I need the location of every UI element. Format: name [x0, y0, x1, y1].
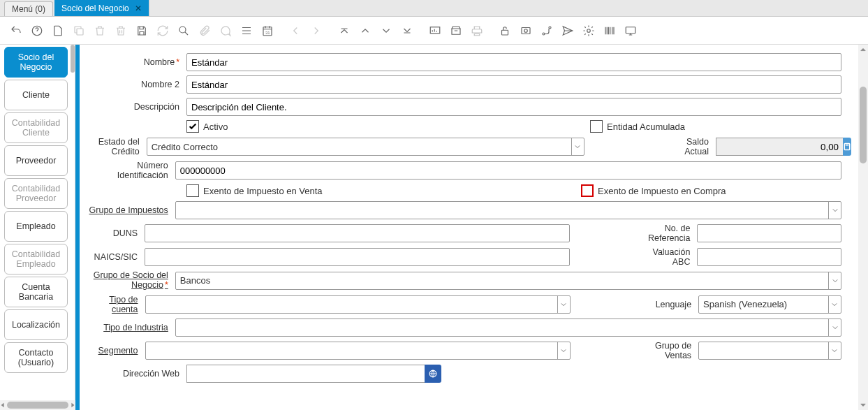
tab-socio-label: Socio del Negocio: [61, 3, 129, 13]
calendar-icon[interactable]: 31: [258, 22, 277, 40]
scroll-down-icon[interactable]: [858, 400, 868, 410]
barcode-icon[interactable]: [601, 22, 619, 40]
nombre2-field[interactable]: [186, 75, 841, 94]
sidebar: Socio del NegocioClienteContabilidad Cli…: [0, 45, 75, 410]
search-icon[interactable]: [175, 22, 193, 40]
seg-combo[interactable]: [145, 342, 571, 360]
sidebar-item-7[interactable]: Cuenta Bancaria: [4, 277, 68, 307]
exventa-label: Exento de Impuesto en Venta: [203, 186, 323, 196]
sidebar-item-1[interactable]: Cliente: [4, 80, 68, 110]
chevron-down-icon[interactable]: [557, 296, 570, 313]
last-icon[interactable]: [398, 22, 416, 40]
screen-icon[interactable]: [621, 22, 640, 40]
gruposoc-combo[interactable]: Bancos: [175, 272, 841, 290]
up-icon[interactable]: [356, 22, 374, 40]
label-web: Dirección Web: [85, 369, 186, 379]
globe-icon[interactable]: [425, 365, 441, 383]
label-saldo: Saldo Actual: [665, 137, 716, 156]
zoom-icon[interactable]: [517, 22, 535, 40]
activo-checkbox[interactable]: [186, 120, 199, 133]
label-tcuenta: Tipo de cuenta: [85, 295, 145, 314]
form-scrollbar[interactable]: [858, 45, 868, 410]
undo-icon[interactable]: [7, 22, 25, 40]
naics-field[interactable]: [145, 248, 570, 266]
web-field[interactable]: [186, 365, 425, 383]
sidebar-item-2[interactable]: Contabilidad Cliente: [4, 112, 68, 143]
archive-icon[interactable]: [447, 22, 465, 40]
down-icon[interactable]: [377, 22, 395, 40]
duns-field[interactable]: [145, 224, 570, 242]
sidebar-item-5[interactable]: Empleado: [4, 211, 68, 242]
svg-rect-6: [502, 30, 508, 35]
chat-icon[interactable]: [216, 22, 235, 40]
lenguaje-combo[interactable]: Spanish (Venezuela): [698, 295, 841, 314]
sidebar-item-4[interactable]: Contabilidad Proveedor: [4, 178, 68, 209]
label-lenguaje: Lenguaje: [649, 300, 699, 309]
excompra-checkbox[interactable]: [581, 184, 594, 197]
svg-point-9: [543, 33, 545, 35]
sidebar-item-6[interactable]: Contabilidad Empleado: [4, 244, 68, 274]
noref-field[interactable]: [697, 224, 841, 242]
tab-bar: Menú (0) Socio del Negocio ✕: [0, 0, 868, 17]
svg-rect-13: [844, 144, 850, 150]
estado-combo[interactable]: Crédito Correcto: [147, 138, 584, 156]
entidad-checkbox[interactable]: [590, 120, 603, 133]
descripcion-field[interactable]: [186, 98, 841, 116]
tind-combo[interactable]: [175, 319, 841, 337]
multi-icon[interactable]: [237, 22, 256, 40]
svg-point-8: [524, 29, 528, 32]
sidebar-hscroll[interactable]: [0, 400, 75, 410]
tcuenta-combo[interactable]: [145, 295, 571, 314]
saldo-field[interactable]: [716, 138, 841, 156]
grupoimp-combo[interactable]: [175, 201, 841, 219]
chevron-down-icon[interactable]: [828, 202, 841, 219]
chevron-down-icon[interactable]: [557, 342, 570, 359]
exventa-checkbox[interactable]: [186, 184, 199, 197]
chevron-down-icon[interactable]: [571, 138, 584, 155]
workflow-icon[interactable]: [538, 22, 556, 40]
chevron-down-icon[interactable]: [828, 342, 841, 359]
sidebar-item-9[interactable]: Contacto (Usuario): [4, 342, 68, 373]
nav-next-icon[interactable]: [307, 22, 325, 40]
svg-rect-7: [522, 27, 530, 34]
refresh-icon[interactable]: [154, 22, 172, 40]
sidebar-item-3[interactable]: Proveedor: [4, 145, 68, 176]
scroll-thumb[interactable]: [860, 87, 867, 163]
calculator-icon[interactable]: [843, 138, 851, 156]
tab-socio[interactable]: Socio del Negocio ✕: [54, 0, 149, 16]
report-icon[interactable]: [426, 22, 444, 40]
svg-rect-12: [626, 27, 635, 33]
svg-point-2: [179, 27, 186, 33]
save-icon[interactable]: [133, 22, 151, 40]
numid-field[interactable]: [175, 161, 841, 180]
chevron-down-icon[interactable]: [828, 296, 841, 313]
delete2-icon[interactable]: [112, 22, 130, 40]
label-valabc: Valuación ABC: [647, 247, 697, 267]
sidebar-item-0[interactable]: Socio del Negocio: [4, 47, 68, 78]
close-icon[interactable]: ✕: [135, 3, 142, 13]
label-estado: Estado del Crédito: [85, 137, 147, 156]
lock-icon[interactable]: [496, 22, 514, 40]
attach-icon[interactable]: [196, 22, 214, 40]
nav-prev-icon[interactable]: [286, 22, 304, 40]
gear-icon[interactable]: [580, 22, 598, 40]
chevron-down-icon[interactable]: [828, 272, 841, 289]
label-nombre2: Nombre 2: [85, 80, 186, 89]
valabc-field[interactable]: [697, 248, 841, 266]
chevron-down-icon[interactable]: [828, 319, 841, 336]
copy-icon[interactable]: [70, 22, 88, 40]
sidebar-scrollbar[interactable]: [71, 45, 75, 73]
sidebar-item-8[interactable]: Localización: [4, 309, 68, 340]
tab-menu[interactable]: Menú (0): [4, 1, 53, 16]
label-gruposoc: Grupo de Socio del Negocio: [85, 271, 175, 291]
print-icon[interactable]: [468, 22, 486, 40]
nombre-field[interactable]: [186, 53, 841, 71]
help-icon[interactable]: [28, 22, 46, 40]
scroll-up-icon[interactable]: [858, 45, 868, 54]
new-icon[interactable]: [49, 22, 67, 40]
delete-icon[interactable]: [91, 22, 109, 40]
first-icon[interactable]: [335, 22, 353, 40]
send-icon[interactable]: [559, 22, 577, 40]
gventas-combo[interactable]: [698, 342, 841, 360]
excompra-label: Exento de Impuesto en Compra: [598, 186, 726, 196]
